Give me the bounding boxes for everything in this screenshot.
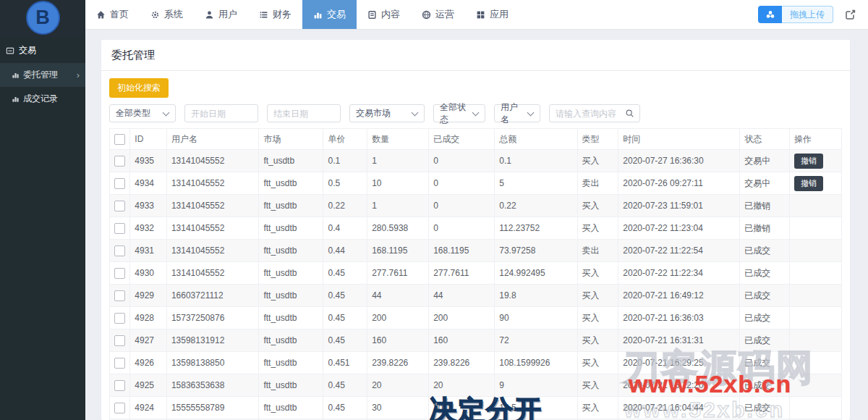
type-select[interactable]: 全部类型	[109, 104, 176, 122]
start-date-input[interactable]	[184, 104, 258, 122]
home-icon	[96, 10, 106, 20]
end-date-input[interactable]	[267, 104, 341, 122]
cell-filled: 0	[429, 195, 495, 217]
cancel-order-button[interactable]: 撤销	[794, 176, 823, 191]
cell-id: 4926	[130, 352, 167, 374]
sidebar-item-trade-records[interactable]: 成交记录	[0, 87, 85, 111]
cell-time: 2020-07-26 09:27:11	[618, 172, 740, 195]
type-select-value: 全部类型	[116, 107, 159, 119]
chart-icon	[313, 10, 323, 20]
row-checkbox[interactable]	[114, 335, 125, 346]
sidebar-section-trade[interactable]: 交易	[0, 38, 85, 63]
cell-type: 买入	[577, 217, 618, 240]
apps-icon	[476, 10, 485, 20]
cell-action	[790, 397, 842, 419]
user-field-select-value: 用户名	[501, 101, 524, 126]
select-all-checkbox[interactable]	[114, 134, 125, 145]
row-checkbox[interactable]	[114, 403, 125, 413]
status-select[interactable]: 全部状态	[433, 104, 485, 122]
cell-total: 112.23752	[495, 217, 577, 240]
cell-status: 交易中	[740, 172, 790, 195]
cell-type: 买入	[577, 150, 618, 172]
cell-filled: 0	[429, 150, 495, 172]
row-checkbox[interactable]	[114, 156, 125, 167]
nav-item-gear[interactable]: 系统	[140, 0, 194, 29]
nav-item-home[interactable]: 首页	[85, 0, 140, 29]
sidebar-item-label: 委托管理	[23, 69, 58, 81]
row-checkbox[interactable]	[114, 358, 125, 369]
search-icon[interactable]	[625, 109, 634, 118]
table-row: 492613598138850ftt_usdtb0.451239.8226239…	[110, 352, 842, 374]
cell-status: 已成交	[740, 397, 790, 419]
share-icon	[845, 9, 856, 20]
market-select[interactable]: 交易市场	[349, 104, 425, 122]
table-row: 493013141045552ftt_usdtb0.45277.7611277.…	[110, 262, 842, 285]
nav-item-content[interactable]: 内容	[357, 0, 411, 29]
cell-action	[790, 217, 842, 240]
sidebar-item-order-management[interactable]: 委托管理›	[0, 63, 85, 87]
query-input[interactable]	[550, 105, 625, 122]
table-row: 492515836353638ftt_usdtb0.4520209买入2020-…	[110, 374, 842, 397]
row-checkbox[interactable]	[114, 223, 125, 234]
table-row: 492916603721112ftt_usdtb0.45444419.8买入20…	[110, 285, 842, 307]
row-checkbox[interactable]	[114, 268, 125, 279]
top-navbar: 首页系统用户财务交易内容运营应用 拖拽上传	[85, 0, 868, 30]
cell-market: ftt_usdtb	[259, 262, 323, 285]
cell-id: 4928	[130, 307, 167, 329]
cell-total: 72	[495, 329, 577, 352]
user-field-select[interactable]: 用户名	[494, 104, 540, 122]
chevron-down-icon	[163, 109, 170, 116]
cell-action	[790, 352, 842, 374]
cell-market: ftt_usdtb	[259, 329, 323, 352]
cell-market: ftt_usdtb	[259, 217, 323, 240]
cell-filled: 168.1195	[429, 240, 495, 262]
brand-logo: B	[26, 1, 60, 35]
table-row: 492713598131912ftt_usdtb0.4516016072买入20…	[110, 329, 842, 352]
nav-item-finance[interactable]: 财务	[248, 0, 302, 29]
reset-search-button[interactable]: 初始化搜索	[109, 78, 169, 98]
cell-price: 0.1	[323, 150, 367, 172]
row-checkbox[interactable]	[114, 380, 125, 391]
cell-user: 13598138850	[166, 352, 259, 374]
cell-amount: 200	[367, 307, 429, 329]
cell-type: 买入	[577, 285, 618, 307]
table-row: 493413141045552ftt_usdtb0.51005卖出2020-07…	[110, 172, 842, 195]
cell-amount: 20	[367, 374, 429, 397]
nav-item-chart[interactable]: 交易	[302, 0, 357, 29]
cloud-drive-icon	[765, 9, 776, 20]
cell-time: 2020-07-21 16:49:12	[618, 285, 740, 307]
cell-amount: 1	[367, 150, 429, 172]
cell-market: ftt_usdtb	[259, 195, 323, 217]
cell-id: 4932	[130, 217, 167, 240]
share-button[interactable]	[845, 9, 856, 20]
cell-action	[790, 329, 842, 352]
cell-price: 0.45	[323, 397, 367, 419]
nav-item-label: 交易	[327, 8, 346, 21]
chevron-down-icon	[472, 109, 480, 116]
cell-price: 0.45	[323, 329, 367, 352]
cell-total: 0.22	[495, 195, 577, 217]
row-checkbox[interactable]	[114, 178, 125, 189]
row-checkbox[interactable]	[114, 313, 125, 324]
column-header: 操作	[790, 129, 842, 150]
table-row: 493113141045552ftt_usdtb0.44168.1195168.…	[110, 240, 842, 262]
cancel-order-button[interactable]: 撤销	[794, 154, 823, 169]
cell-time: 2020-07-22 11:22:54	[618, 240, 740, 262]
cell-price: 0.45	[323, 262, 367, 285]
drag-upload-button[interactable]: 拖拽上传	[758, 6, 833, 23]
cell-status: 已撤销	[740, 195, 790, 217]
nav-item-apps[interactable]: 应用	[465, 0, 519, 29]
row-checkbox[interactable]	[114, 201, 125, 211]
column-header: 总额	[495, 129, 577, 150]
cell-filled: 277.7611	[429, 262, 495, 285]
cell-status: 已成交	[740, 285, 790, 307]
nav-item-globe[interactable]: 运营	[411, 0, 465, 29]
row-checkbox[interactable]	[114, 245, 125, 256]
market-select-value: 交易市场	[356, 107, 408, 119]
nav-item-user[interactable]: 用户	[194, 0, 248, 29]
user-icon	[205, 10, 214, 20]
finance-icon	[259, 10, 268, 20]
cell-amount: 280.5938	[367, 217, 429, 240]
row-checkbox[interactable]	[114, 290, 125, 301]
cell-market: ftt_usdtb	[259, 240, 323, 262]
